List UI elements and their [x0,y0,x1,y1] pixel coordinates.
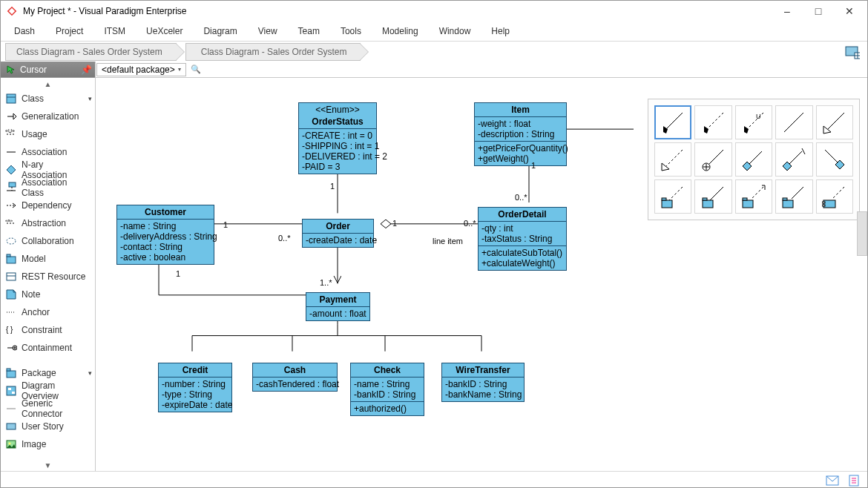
qc-dependency-icon[interactable] [694,105,731,139]
class-cash[interactable]: Cash -cashTendered : float [252,363,338,392]
class-payment[interactable]: Payment -amount : float [306,292,370,321]
svg-rect-77 [783,198,787,200]
palette-scroll-down[interactable]: ▼ [1,459,95,471]
qc-pkg-dep-icon[interactable] [654,179,691,214]
palette-item-abstraction[interactable]: «a»Abstraction [1,214,95,232]
class-item[interactable]: Item -weight : float -description : Stri… [474,102,567,166]
mult-label: 0..* [464,219,476,228]
palette-item-association-class[interactable]: Association Class [1,179,95,197]
diagram-canvas[interactable]: <<Enum>> OrderStatus -CREATE : int = 0 -… [96,78,867,471]
menu-diagram[interactable]: Diagram [193,23,247,39]
class-attrs: -createDate : date [303,233,373,247]
palette-scroll-up[interactable]: ▲ [1,78,95,90]
qc-association-icon[interactable] [654,105,691,139]
palette-item-label: Class [22,93,44,104]
class-order-detail[interactable]: OrderDetail -qty : int -taxStatus : Stri… [478,207,567,271]
note-page-icon[interactable] [848,475,860,487]
qc-pkg-assoc-icon[interactable] [694,179,731,214]
palette-item-class[interactable]: Class▾ [1,90,95,108]
qc-generalization-icon[interactable] [816,105,853,139]
class-credit[interactable]: Credit -number : String -type : String -… [158,363,232,412]
menu-window[interactable]: Window [429,23,481,39]
palette-item-label: Constraint [22,325,62,335]
class-check[interactable]: Check -name : String -bankID : String +a… [350,363,424,416]
search-icon[interactable]: 🔍 [191,65,201,74]
attr: -expireDate : date [162,400,228,410]
qc-usage-icon[interactable]: U [735,105,772,139]
palette-item-model[interactable]: Model [1,250,95,268]
qc-pkg-comp-icon[interactable] [775,179,812,214]
menu-project[interactable]: Project [45,23,93,39]
containment-icon [5,342,17,354]
mail-icon[interactable] [826,475,839,486]
qc-composition-icon[interactable] [775,142,812,177]
qc-aggregation-icon[interactable] [735,142,772,177]
tool-palette: Cursor 📌 ▲ Class▾Generalization«U»UsageA… [1,62,96,471]
menu-uexceler[interactable]: UeXceler [136,23,193,39]
palette-item-containment[interactable]: Containment [1,339,95,357]
collaboration-icon [5,235,17,247]
qc-realization-icon[interactable] [654,142,691,177]
menu-team[interactable]: Team [288,23,330,39]
model-icon [5,253,17,265]
attr: -deliveryAddress : String [120,231,211,242]
palette-item-generic-connector[interactable]: Generic Connector [1,400,95,418]
canvas-area[interactable]: <default package> 🔍 [96,62,867,471]
pin-icon[interactable]: 📌 [81,65,92,75]
quick-connector-panel[interactable]: U [648,99,860,220]
breadcrumb-step-1[interactable]: Class Diagram - Sales Order System [5,43,177,61]
palette-item-anchor[interactable]: Anchor [1,303,95,321]
palette-item-user-story[interactable]: User Story [1,418,95,435]
attr: -type : String [162,389,228,400]
palette-item-association[interactable]: Association [1,143,95,161]
svg-line-62 [749,151,762,165]
vertical-scrollbar[interactable] [857,211,867,256]
diagram-settings-icon[interactable] [845,44,860,59]
svg-line-66 [669,187,683,200]
class-customer[interactable]: Customer -name : String -deliveryAddress… [116,205,214,265]
palette-item-label: Usage [22,129,47,139]
palette-item-note[interactable]: Note [1,286,95,303]
svg-line-51 [665,113,683,131]
svg-rect-6 [7,94,16,103]
menu-tools[interactable]: Tools [330,23,372,39]
menu-itsm[interactable]: ITSM [93,23,136,39]
palette-item-collaboration[interactable]: Collaboration [1,232,95,250]
menu-help[interactable]: Help [481,23,520,39]
breadcrumb-step-2[interactable]: Class Diagram - Sales Order System [185,43,361,61]
abstraction-icon: «a» [5,217,17,229]
image-icon [5,438,17,450]
menu-dash[interactable]: Dash [4,23,45,39]
class-order[interactable]: Order -createDate : date [302,219,374,248]
class-order-status[interactable]: <<Enum>> OrderStatus -CREATE : int = 0 -… [298,102,377,174]
generalization-icon [5,111,17,122]
menu-view[interactable]: View [248,23,288,39]
palette-item-dependency[interactable]: Dependency [1,197,95,214]
palette-item-label: Package [22,368,56,378]
palette-item-package[interactable]: Package▾ [1,364,95,382]
svg-rect-29 [7,371,16,377]
qc-containment-icon[interactable] [694,142,731,177]
package-selector-value: <default package> [102,65,175,75]
palette-item-diagram-overview[interactable]: Diagram Overview [1,382,95,400]
svg-line-65 [825,150,838,163]
menu-modeling[interactable]: Modeling [372,23,429,39]
package-selector[interactable]: <default package> [96,63,186,76]
palette-item-label: Association [22,147,67,157]
class-wire-transfer[interactable]: WireTransfer -bankID : String -bankName … [441,363,525,402]
minimize-button[interactable]: – [778,5,796,17]
close-button[interactable]: ✕ [841,5,858,17]
maximize-button[interactable]: □ [809,5,827,17]
palette-item-usage[interactable]: «U»Usage [1,125,95,143]
palette-item-rest-resource[interactable]: REST Resource [1,268,95,286]
palette-item-image[interactable]: Image [1,435,95,453]
palette-item-generalization[interactable]: Generalization [1,108,95,125]
qc-pkg-gen-icon[interactable] [735,179,772,214]
qc-component-icon[interactable] [816,179,853,214]
palette-cursor-tool[interactable]: Cursor 📌 [1,62,95,78]
qc-agg-diamond-icon[interactable] [816,142,853,177]
qc-line-icon[interactable] [775,105,812,139]
palette-item-n-ary-association[interactable]: N-ary Association [1,161,95,179]
palette-item-constraint[interactable]: { }Constraint [1,321,95,339]
op: +authorized() [354,403,421,414]
